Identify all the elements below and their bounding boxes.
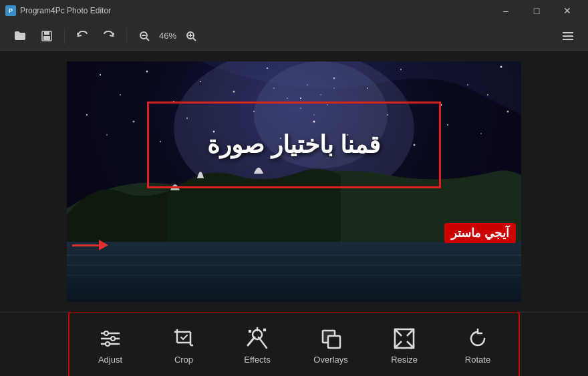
separator-1: [64, 28, 65, 44]
title-bar-left: P Program4Pc Photo Editor: [5, 5, 111, 16]
zoom-level: 46%: [159, 31, 176, 41]
watermark: آيجي ماستر: [444, 223, 516, 243]
bottom-toolbar: Adjust Crop: [0, 312, 588, 376]
svg-point-23: [120, 94, 121, 96]
app-title: Program4Pc Photo Editor: [20, 6, 111, 15]
rotate-label: Rotate: [465, 355, 490, 365]
zoom-in-button[interactable]: [179, 25, 203, 47]
svg-point-17: [200, 81, 201, 82]
effects-icon: [245, 327, 269, 351]
arrow-line: [72, 244, 99, 246]
svg-point-25: [233, 90, 235, 92]
arrow-head: [99, 240, 108, 250]
svg-point-48: [320, 94, 321, 96]
app-icon: P: [5, 5, 16, 16]
svg-line-9: [193, 38, 196, 41]
overlays-tool-button[interactable]: Overlays: [294, 315, 368, 375]
maximize-button[interactable]: □: [521, 0, 552, 21]
redo-button[interactable]: [97, 25, 121, 47]
svg-point-15: [100, 74, 101, 75]
svg-line-76: [264, 329, 265, 331]
canvas-area: قمنا باختيار صورة آيجي ماستر: [0, 51, 588, 312]
zoom-area: 46%: [159, 31, 176, 41]
close-button[interactable]: ✕: [552, 0, 583, 21]
svg-line-81: [395, 329, 402, 336]
svg-point-38: [106, 134, 108, 136]
adjust-tool-button[interactable]: Adjust: [74, 315, 147, 375]
save-button[interactable]: [35, 25, 59, 47]
svg-rect-2: [43, 36, 50, 40]
overlays-label: Overlays: [313, 355, 347, 365]
svg-line-74: [249, 331, 251, 332]
adjust-icon: [98, 327, 122, 351]
svg-point-16: [146, 70, 148, 72]
svg-point-62: [106, 342, 110, 346]
resize-label: Resize: [391, 355, 418, 365]
adjust-label: Adjust: [98, 355, 122, 365]
arrow-indicator: [72, 240, 108, 250]
toolbar: 46%: [0, 21, 588, 51]
svg-line-83: [395, 341, 402, 348]
photo-canvas: قمنا باختيار صورة آيجي ماستر: [67, 61, 521, 302]
svg-point-30: [86, 114, 88, 116]
svg-point-36: [447, 124, 448, 126]
bottom-tools-container: Adjust Crop: [68, 311, 520, 376]
rotate-tool-button[interactable]: Rotate: [441, 315, 514, 375]
svg-rect-53: [67, 242, 521, 302]
crop-label: Crop: [174, 355, 193, 365]
svg-rect-79: [328, 336, 340, 348]
resize-tool-button[interactable]: Resize: [368, 315, 441, 375]
title-bar: P Program4Pc Photo Editor – □ ✕: [0, 0, 588, 21]
svg-point-46: [287, 98, 288, 99]
svg-line-77: [248, 337, 255, 345]
effects-label: Effects: [244, 355, 271, 365]
selection-text: قمنا باختيار صورة: [207, 131, 380, 159]
undo-button[interactable]: [70, 25, 94, 47]
svg-point-27: [367, 87, 368, 89]
svg-point-31: [133, 120, 135, 122]
svg-line-5: [146, 38, 149, 41]
crop-icon: [172, 327, 196, 351]
svg-point-61: [111, 337, 115, 341]
resize-icon: [392, 327, 416, 351]
overlays-icon: [319, 327, 343, 351]
separator-2: [126, 28, 127, 44]
selection-box: قمنا باختيار صورة: [147, 102, 441, 188]
crop-tool-button[interactable]: Crop: [147, 315, 220, 375]
arrow-body: [72, 240, 108, 250]
menu-button[interactable]: [556, 25, 580, 47]
minimize-button[interactable]: –: [490, 0, 521, 21]
svg-rect-1: [44, 31, 49, 35]
rotate-icon: [466, 327, 490, 351]
svg-point-44: [480, 133, 482, 134]
svg-point-45: [273, 87, 275, 89]
svg-point-60: [104, 331, 108, 335]
open-button[interactable]: [8, 25, 32, 47]
effects-tool-button[interactable]: Effects: [220, 315, 294, 375]
svg-point-26: [300, 98, 301, 99]
svg-line-82: [407, 329, 414, 336]
zoom-out-button[interactable]: [132, 25, 156, 47]
title-bar-controls: – □ ✕: [490, 0, 583, 21]
svg-line-84: [407, 341, 414, 348]
svg-point-37: [507, 110, 509, 112]
